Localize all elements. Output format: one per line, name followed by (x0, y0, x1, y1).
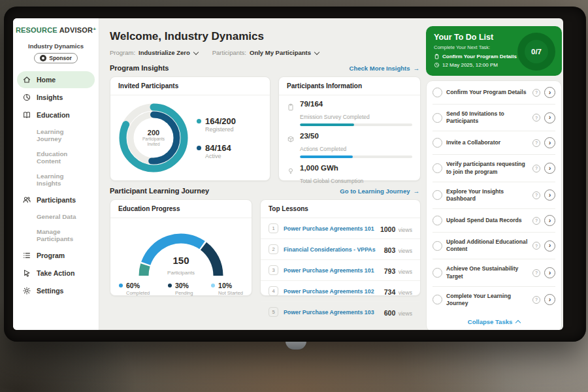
donut-center-label: Participants Invited (137, 137, 171, 147)
education-progress-card: Education Progress 150 Participants (110, 199, 252, 296)
chevron-right-icon[interactable]: › (544, 215, 555, 226)
invited-donut-chart: 200 Participants Invited (114, 99, 193, 177)
book-icon (22, 110, 31, 120)
clock-icon (434, 62, 440, 68)
rank-badge: 2 (269, 244, 278, 254)
lesson-row: 1 Power Purchase Agreements 101 1000 vie… (261, 218, 420, 239)
sidebar-item-program[interactable]: Program (17, 247, 95, 264)
info-icon[interactable]: ? (532, 296, 540, 304)
chevron-right-icon[interactable]: › (544, 137, 555, 148)
lesson-link[interactable]: Power Purchase Agreements 102 (284, 288, 379, 295)
chevron-right-icon[interactable]: › (544, 240, 555, 252)
program-filter-label: Program: (110, 49, 135, 56)
chevron-right-icon[interactable]: › (544, 189, 555, 201)
go-to-learning-journey-link[interactable]: Go to Learning Journey → (340, 188, 419, 195)
photo-background: RESOURCE ADVISOR+ Industry Dynamics Spon… (0, 0, 588, 392)
chevron-right-icon[interactable]: › (544, 294, 555, 305)
main-content: Welcome, Industry Dynamics Program: Indu… (99, 18, 426, 330)
todo-checkbox[interactable] (433, 88, 442, 97)
gear-icon (22, 286, 31, 295)
legend-dot (119, 284, 123, 287)
brand-primary: RESOURCE (16, 26, 57, 34)
todo-checkbox[interactable] (433, 295, 442, 304)
lesson-row: 3 Power Purchase Agreements 101 793 view… (261, 260, 420, 281)
chevron-right-icon[interactable]: › (544, 267, 555, 278)
info-icon[interactable]: ? (532, 191, 540, 199)
donut-center-value: 200 (148, 129, 159, 137)
info-icon[interactable]: ? (532, 269, 540, 277)
rank-badge: 5 (269, 307, 278, 317)
sidebar-item-learning-journey[interactable]: Learning Journey (17, 124, 95, 146)
todo-item[interactable]: Upload Spend Data Records ? › (433, 209, 555, 233)
sponsor-badge: Sponsor (34, 53, 77, 63)
program-insights-header: Program Insights Check More Insights → (110, 64, 419, 72)
todo-checkbox[interactable] (433, 190, 442, 200)
todo-item[interactable]: Achieve One Sustainability Target ? › (433, 259, 555, 286)
sidebar-item-insights[interactable]: Insights (17, 89, 95, 106)
legend-dot (168, 284, 172, 287)
chevron-right-icon[interactable]: › (544, 163, 555, 174)
stat-row: 23/50 Actions Completed (279, 132, 420, 159)
legend-item: 10%Not Started (211, 282, 243, 296)
todo-item[interactable]: Send 50 Invitations to Participants ? › (433, 105, 555, 131)
todo-checkbox[interactable] (433, 268, 442, 278)
chevron-up-icon (515, 320, 521, 325)
filter-bar: Program: Industrialize Zero Participants… (110, 49, 421, 56)
top-lessons-card: Top Lessons 1 Power Purchase Agreements … (260, 199, 421, 296)
lesson-link[interactable]: Power Purchase Agreements 101 (284, 267, 379, 274)
sidebar-item-take-action[interactable]: Take Action (17, 265, 95, 282)
info-icon[interactable]: ? (532, 114, 540, 122)
todo-item[interactable]: Invite a Collaborator ? › (433, 131, 555, 155)
todo-item[interactable]: Confirm Your Program Details ? › (433, 81, 555, 105)
todo-item[interactable]: Complete Your Learning Journey ? › (433, 287, 555, 313)
invited-participants-card: Invited Participants 200 (110, 76, 270, 181)
clipboard-icon (434, 54, 440, 59)
collapse-tasks-link[interactable]: Collapse Tasks (433, 313, 555, 330)
sidebar-item-manage-participants[interactable]: Manage Participants (17, 224, 95, 246)
todo-checkbox[interactable] (433, 138, 442, 148)
legend-dot (211, 284, 215, 287)
todo-item[interactable]: Verify participants requesting to join t… (433, 155, 555, 182)
box-icon (287, 132, 300, 146)
chevron-down-icon (193, 49, 198, 54)
todo-checkbox[interactable] (433, 163, 442, 173)
todo-item[interactable]: Explore Your Insights Dashboard ? › (433, 182, 555, 209)
lesson-link[interactable]: Power Purchase Agreements 103 (284, 309, 379, 316)
todo-checkbox[interactable] (433, 241, 442, 251)
chevron-right-icon[interactable]: › (544, 87, 555, 98)
info-icon[interactable]: ? (532, 217, 540, 225)
check-more-insights-link[interactable]: Check More Insights → (350, 65, 419, 72)
education-legend: 60%Completed 30%Pending 10%Not Started (110, 277, 252, 296)
info-icon[interactable]: ? (532, 242, 540, 250)
monitor-stand-button (286, 341, 306, 350)
rank-badge: 3 (269, 265, 278, 275)
chevron-right-icon[interactable]: › (544, 112, 555, 123)
sidebar-item-learning-insights[interactable]: Learning Insights (17, 169, 95, 191)
sidebar-item-participants[interactable]: Participants (17, 191, 95, 208)
sidebar-item-home[interactable]: Home (17, 71, 95, 88)
todo-progress-value: 0/7 (531, 48, 542, 56)
page-title: Welcome, Industry Dynamics (110, 30, 421, 43)
learning-journey-header: Participant Learning Journey Go to Learn… (110, 187, 419, 195)
arrow-right-icon: → (414, 188, 420, 195)
lesson-link[interactable]: Financial Considerations - VPPAs (284, 246, 379, 253)
participants-select[interactable]: Only My Participants (250, 49, 319, 56)
info-icon[interactable]: ? (532, 139, 540, 147)
sidebar-item-settings[interactable]: Settings (17, 282, 95, 299)
todo-title: Your To Do List (434, 33, 515, 42)
info-icon[interactable]: ? (532, 165, 540, 172)
dashboard-screen: RESOURCE ADVISOR+ Industry Dynamics Spon… (13, 18, 563, 330)
card-title: Top Lessons (261, 200, 420, 218)
todo-checkbox[interactable] (433, 216, 442, 225)
info-icon[interactable]: ? (532, 89, 540, 97)
lesson-link[interactable]: Power Purchase Agreements 101 (284, 225, 375, 232)
legend-item: 84/164Active (197, 143, 236, 159)
sidebar-item-education[interactable]: Education (17, 106, 95, 123)
sidebar-item-general-data[interactable]: General Data (17, 209, 95, 224)
todo-item[interactable]: Upload Additional Educational Content ? … (433, 233, 555, 259)
card-title: Education Progress (110, 200, 252, 218)
monitor-bezel: RESOURCE ADVISOR+ Industry Dynamics Spon… (4, 7, 586, 342)
sidebar-item-education-content[interactable]: Education Content (17, 146, 95, 169)
todo-checkbox[interactable] (433, 113, 442, 123)
program-select[interactable]: Industrialize Zero (139, 49, 198, 56)
